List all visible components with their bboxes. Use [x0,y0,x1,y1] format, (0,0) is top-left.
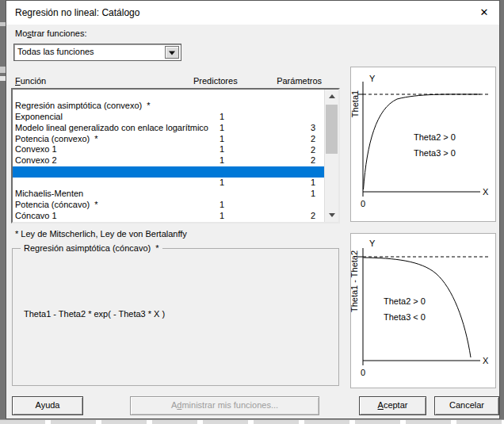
svg-text:X: X [483,187,489,197]
function-list-rows: Regresión asimptótica (convexo) * 1 3 Ex… [13,90,324,222]
function-row[interactable]: Regresión asimptótica (convexo) * 1 3 [13,90,324,101]
svg-text:Y: Y [369,74,376,83]
svg-text:Theta3 > 0: Theta3 > 0 [414,148,456,158]
svg-text:Theta1 - Theta2: Theta1 - Theta2 [351,250,359,312]
svg-text:Theta2 > 0: Theta2 > 0 [414,132,456,142]
function-plot-top-panel: Y Theta1 X 0 Theta2 > 0 Theta3 > 0 [350,67,496,222]
column-header-parametros: Parámetros [268,76,322,86]
combobox-value: Todas las funciones [17,47,94,56]
svg-text:0: 0 [361,368,365,377]
function-row[interactable]: Potencia (cóncavo) * 1 2 [13,189,324,200]
listbox-scrollbar[interactable] [324,90,338,222]
help-button[interactable]: Ayuda [12,396,83,415]
function-row[interactable]: Michaelis-Menten 1 2 [13,178,324,189]
function-plot-bottom-panel: Y Theta1 - Theta2 X 0 Theta2 > 0 Theta3 … [350,233,496,388]
functions-filter-combobox[interactable]: Todas las funciones [13,44,181,61]
function-row[interactable]: Cóncavo 1 1 2 [13,200,324,211]
nonlinear-regression-catalog-dialog: Regresión no lineal: Catálogo ✕ Mostrar … [6,0,500,419]
scroll-down-icon [329,213,335,217]
background-window-edge [0,22,6,26]
function-row[interactable]: Convexo 2 1 1 [13,144,324,155]
combobox-dropdown-button[interactable] [165,46,179,59]
function-row[interactable]: Convexo 3 1 1 [13,155,324,166]
function-row[interactable]: Regresión asimptótica (cóncavo) * 1 3 [13,166,324,178]
close-icon: ✕ [480,6,489,18]
function-listbox: Regresión asimptótica (convexo) * 1 3 Ex… [11,88,340,223]
title-bar: Regresión no lineal: Catálogo ✕ [6,1,499,25]
column-header-funcion: Función [15,76,46,86]
scroll-up-button[interactable] [325,90,338,103]
svg-text:X: X [483,356,489,365]
show-functions-label: Mostrar funciones: [15,29,86,38]
function-row[interactable]: Exponencial 1 2 [13,101,324,112]
cancel-button[interactable]: Cancelar [434,396,499,415]
dialog-title: Regresión no lineal: Catálogo [15,7,139,18]
groupbox-legend: Regresión asimptótica (cóncavo) * [21,243,162,253]
accept-button[interactable]: Aceptar [359,396,426,415]
manage-functions-button: Administrar mis funciones... [130,396,319,415]
scrollbar-thumb[interactable] [326,105,338,154]
svg-text:Theta3 < 0: Theta3 < 0 [384,312,426,322]
background-window-edge [0,67,6,73]
function-plot-bottom: Y Theta1 - Theta2 X 0 Theta2 > 0 Theta3 … [351,234,495,388]
footnote: * Ley de Mitscherlich, Ley de von Bertal… [15,229,187,239]
column-header-predictores: Predictores [193,76,238,86]
svg-text:0: 0 [361,199,365,208]
background-window-edge [0,76,6,81]
function-row[interactable]: Convexo 1 1 1 [13,134,324,145]
function-row[interactable]: Potencia (convexo) * 1 2 [13,123,324,134]
function-detail-groupbox: Regresión asimptótica (cóncavo) * Theta1… [12,248,339,386]
function-row[interactable]: Cóncavo 2 1 1 [13,211,324,222]
close-button[interactable]: ✕ [477,6,491,20]
svg-text:Y: Y [369,239,376,248]
function-row[interactable]: Modelo lineal generalizado con enlace lo… [13,112,324,123]
chevron-down-icon [169,52,175,55]
scroll-down-button[interactable] [325,208,338,222]
svg-text:Theta2 > 0: Theta2 > 0 [384,296,426,306]
background-worksheet-strip [0,419,504,424]
scroll-up-icon [329,94,335,98]
formula-text: Theta1 - Theta2 * exp( - Theta3 * X ) [24,309,165,319]
function-plot-top: Y Theta1 X 0 Theta2 > 0 Theta3 > 0 [351,67,495,221]
